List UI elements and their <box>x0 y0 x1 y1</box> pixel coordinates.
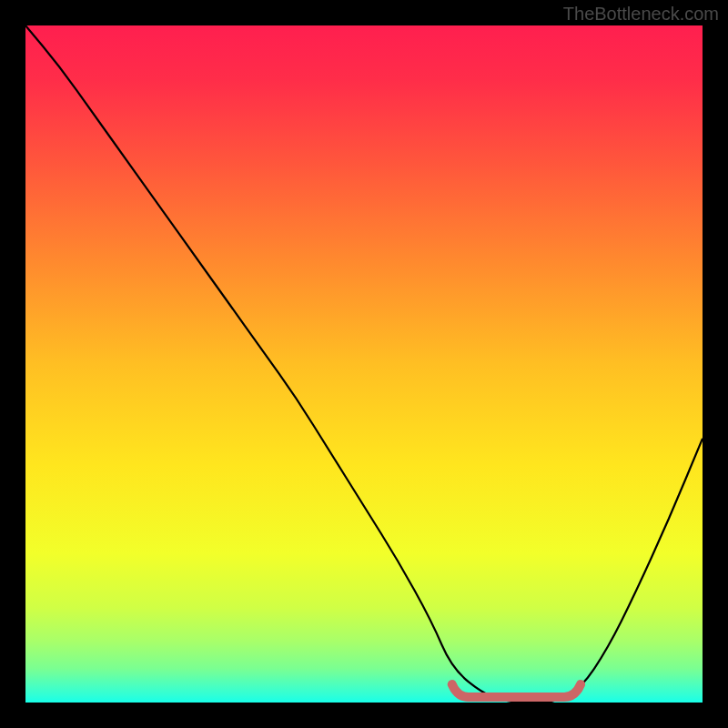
watermark-text: TheBottleneck.com <box>563 4 719 25</box>
chart-svg <box>25 25 703 703</box>
gradient-background <box>25 25 703 703</box>
plot-area <box>25 25 703 703</box>
chart-container: TheBottleneck.com <box>0 0 728 728</box>
